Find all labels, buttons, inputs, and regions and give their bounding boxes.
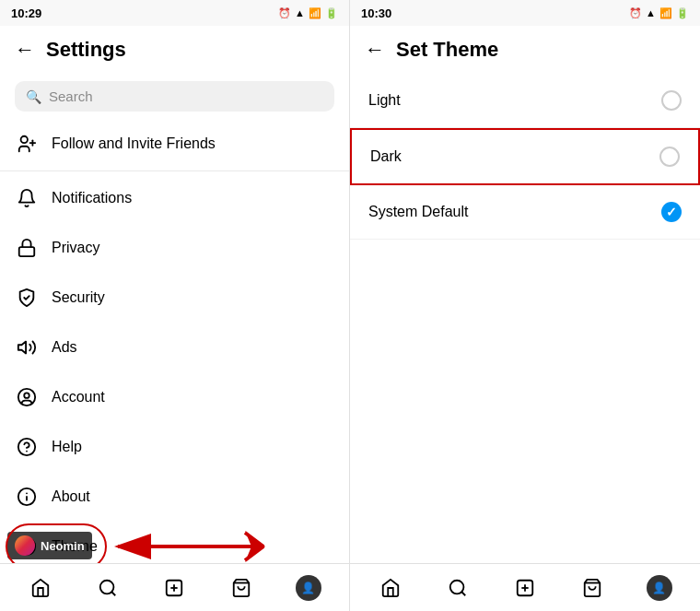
light-label: Light [368, 92, 401, 109]
right-panel: 10:30 ⏰ ▲ 📶 🔋 ← Set Theme Light Dark Sys… [350, 0, 700, 611]
svg-point-6 [24, 393, 29, 398]
back-button[interactable]: ← [15, 38, 35, 62]
menu-list: Follow and Invite Friends Notifications … [0, 115, 349, 563]
left-header: ← Settings [0, 26, 349, 74]
theme-option-dark[interactable]: Dark [350, 128, 700, 185]
shop-nav-button[interactable] [223, 570, 260, 606]
svg-line-20 [111, 592, 115, 595]
system-radio[interactable] [661, 202, 682, 222]
right-time: 10:30 [361, 6, 391, 20]
left-time: 10:29 [11, 6, 41, 20]
dark-label: Dark [370, 148, 402, 165]
search-placeholder: Search [49, 88, 93, 104]
avatar: 👤 [296, 575, 321, 601]
menu-item-notifications[interactable]: Notifications [0, 173, 349, 223]
privacy-label: Privacy [52, 240, 99, 256]
system-label: System Default [368, 204, 468, 220]
menu-item-ads[interactable]: Ads [0, 323, 349, 372]
neomin-text: Neomin [41, 539, 85, 553]
menu-item-about[interactable]: About [0, 472, 349, 522]
right-add-button[interactable] [507, 570, 543, 606]
person-circle-icon [15, 385, 39, 409]
megaphone-icon [15, 335, 39, 359]
lock-icon [15, 236, 39, 260]
help-circle-icon [15, 435, 39, 459]
ads-label: Ads [52, 339, 77, 356]
right-back-button[interactable]: ← [365, 38, 385, 62]
follow-label: Follow and Invite Friends [52, 135, 216, 152]
left-panel: 10:29 ⏰ ▲ 📶 🔋 ← Settings 🔍 Search [0, 0, 350, 611]
info-circle-icon [15, 485, 39, 509]
search-icon: 🔍 [26, 89, 41, 104]
right-profile-button[interactable]: 👤 [641, 570, 678, 606]
svg-line-26 [461, 592, 465, 595]
light-radio[interactable] [661, 90, 682, 111]
right-title: Set Theme [396, 38, 498, 62]
svg-point-25 [450, 580, 464, 593]
profile-nav-button[interactable]: 👤 [290, 570, 327, 606]
home-nav-button[interactable] [22, 570, 59, 606]
right-status-bar: 10:30 ⏰ ▲ 📶 🔋 [350, 0, 700, 26]
right-header: ← Set Theme [350, 26, 700, 74]
right-avatar: 👤 [647, 575, 672, 601]
right-bottom-nav: 👤 [350, 563, 700, 611]
search-nav-button[interactable] [89, 570, 126, 606]
svg-marker-4 [18, 342, 26, 354]
theme-option-light[interactable]: Light [350, 74, 700, 128]
menu-item-follow[interactable]: Follow and Invite Friends [0, 119, 349, 169]
help-label: Help [52, 439, 82, 455]
security-label: Security [52, 289, 105, 306]
theme-option-system[interactable]: System Default [350, 185, 700, 240]
svg-point-0 [21, 136, 28, 143]
menu-item-help[interactable]: Help [0, 422, 349, 472]
neomin-watermark: Neomin [7, 532, 92, 559]
right-shop-button[interactable] [574, 570, 611, 606]
svg-point-19 [100, 580, 114, 593]
svg-rect-3 [19, 247, 35, 256]
menu-item-account[interactable]: Account [0, 372, 349, 422]
left-status-icons: ⏰ ▲ 📶 🔋 [278, 7, 338, 19]
search-bar[interactable]: 🔍 Search [15, 81, 334, 112]
dark-radio[interactable] [659, 147, 680, 167]
bell-icon [15, 186, 39, 210]
left-bottom-nav: 👤 [0, 563, 349, 611]
about-label: About [52, 488, 90, 505]
left-status-bar: 10:29 ⏰ ▲ 📶 🔋 [0, 0, 349, 26]
right-home-button[interactable] [372, 570, 409, 606]
person-add-icon [15, 132, 39, 156]
neomin-logo [15, 535, 35, 556]
right-search-button[interactable] [439, 570, 476, 606]
menu-item-security[interactable]: Security [0, 273, 349, 323]
add-nav-button[interactable] [156, 570, 192, 606]
divider-1 [0, 170, 349, 171]
menu-item-privacy[interactable]: Privacy [0, 223, 349, 273]
theme-options-list: Light Dark System Default [350, 74, 700, 563]
account-label: Account [52, 389, 105, 405]
left-title: Settings [46, 38, 126, 62]
shield-icon [15, 286, 39, 310]
right-status-icons: ⏰ ▲ 📶 🔋 [629, 7, 689, 19]
notifications-label: Notifications [52, 190, 132, 206]
